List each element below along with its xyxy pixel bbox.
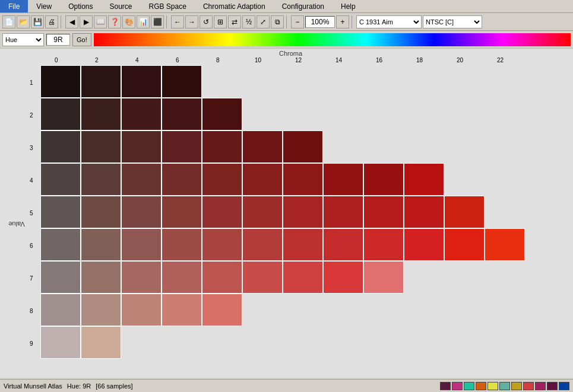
illuminant-select[interactable]: NTSC [C]: [423, 15, 482, 28]
color-cell[interactable]: [485, 228, 525, 261]
color-cell[interactable]: [81, 196, 121, 228]
menu-help[interactable]: Help: [333, 0, 364, 12]
color-cell[interactable]: [40, 228, 81, 261]
color-cell[interactable]: [202, 261, 242, 294]
save-button[interactable]: 💾: [31, 15, 44, 28]
color-cell[interactable]: [81, 228, 121, 261]
status-swatch[interactable]: [499, 382, 510, 390]
color-cell[interactable]: [242, 228, 283, 261]
menu-rgbspace[interactable]: RGB Space: [141, 0, 195, 12]
half-button[interactable]: ½: [242, 15, 255, 28]
color-cell[interactable]: [404, 196, 444, 228]
color-cell[interactable]: [81, 326, 121, 359]
hue-input[interactable]: 9R: [46, 34, 70, 46]
status-swatch[interactable]: [511, 382, 522, 390]
color-cell[interactable]: [40, 130, 81, 163]
color-cell[interactable]: [162, 294, 202, 326]
color-cell[interactable]: [242, 261, 283, 294]
color-cell[interactable]: [202, 163, 242, 196]
color-cell[interactable]: [121, 196, 162, 228]
menu-configuration[interactable]: Configuration: [274, 0, 333, 12]
color-cell[interactable]: [40, 98, 81, 130]
status-swatch[interactable]: [523, 382, 534, 390]
open-button[interactable]: 📂: [17, 15, 30, 28]
status-swatch[interactable]: [487, 382, 498, 390]
color-cell[interactable]: [242, 130, 283, 163]
color-cell[interactable]: [162, 196, 202, 228]
color-cell[interactable]: [202, 98, 242, 130]
color-cell[interactable]: [81, 294, 121, 326]
color-cell[interactable]: [444, 196, 485, 228]
status-swatch[interactable]: [547, 382, 558, 390]
swap-button[interactable]: ⇄: [228, 15, 241, 28]
color-cell[interactable]: [202, 294, 242, 326]
copy-button[interactable]: ⧉: [271, 15, 284, 28]
status-swatch[interactable]: [476, 382, 486, 390]
menu-options[interactable]: Options: [60, 0, 101, 12]
color-cell[interactable]: [162, 130, 202, 163]
help-button[interactable]: ❓: [108, 15, 121, 28]
color-cell[interactable]: [81, 163, 121, 196]
status-swatch[interactable]: [559, 382, 569, 390]
color-cell[interactable]: [40, 261, 81, 294]
color-cell[interactable]: [40, 294, 81, 326]
hue-select[interactable]: Hue: [2, 33, 44, 46]
color-cell[interactable]: [323, 196, 363, 228]
color-cell[interactable]: [81, 65, 121, 98]
status-swatch[interactable]: [440, 382, 451, 390]
color-cell[interactable]: [444, 228, 485, 261]
menu-source[interactable]: Source: [102, 0, 141, 12]
color-cell[interactable]: [81, 130, 121, 163]
color-cell[interactable]: [121, 98, 162, 130]
zoom-in-button[interactable]: +: [336, 15, 349, 28]
go-button[interactable]: Go!: [72, 33, 91, 46]
print-button[interactable]: 🖨: [45, 15, 58, 28]
forward-button[interactable]: ▶: [80, 15, 93, 28]
color-cell[interactable]: [283, 228, 323, 261]
arrow-right-button[interactable]: →: [185, 15, 198, 28]
menu-view[interactable]: View: [28, 0, 60, 12]
color-cell[interactable]: [283, 196, 323, 228]
color-cell[interactable]: [363, 196, 404, 228]
color-cell[interactable]: [121, 163, 162, 196]
arrow-left-button[interactable]: ←: [171, 15, 184, 28]
color-cell[interactable]: [363, 228, 404, 261]
back-button[interactable]: ◀: [65, 15, 78, 28]
chart-button[interactable]: 📊: [137, 15, 150, 28]
colorwheel-button[interactable]: 🎨: [122, 15, 135, 28]
color-cell[interactable]: [121, 65, 162, 98]
color-cell[interactable]: [363, 163, 404, 196]
color-cell[interactable]: [40, 326, 81, 359]
status-swatch[interactable]: [464, 382, 474, 390]
color-cell[interactable]: [283, 130, 323, 163]
zoom-input[interactable]: 100%: [305, 16, 335, 28]
status-swatch[interactable]: [452, 382, 463, 390]
menu-file[interactable]: File: [0, 0, 28, 12]
color-cell[interactable]: [363, 261, 404, 294]
menu-chromatic[interactable]: Chromatic Adaption: [195, 0, 274, 12]
color-cell[interactable]: [40, 163, 81, 196]
color-cell[interactable]: [121, 294, 162, 326]
square-button[interactable]: ⬛: [151, 15, 164, 28]
aim-select[interactable]: C 1931 Aim: [356, 15, 422, 28]
color-cell[interactable]: [323, 163, 363, 196]
color-cell[interactable]: [283, 163, 323, 196]
color-cell[interactable]: [121, 228, 162, 261]
status-swatch[interactable]: [535, 382, 546, 390]
color-cell[interactable]: [202, 130, 242, 163]
zoom-out-button[interactable]: −: [291, 15, 304, 28]
color-cell[interactable]: [40, 196, 81, 228]
color-cell[interactable]: [202, 228, 242, 261]
color-cell[interactable]: [404, 163, 444, 196]
color-cell[interactable]: [323, 228, 363, 261]
color-cell[interactable]: [404, 228, 444, 261]
color-cell[interactable]: [323, 261, 363, 294]
color-cell[interactable]: [40, 65, 81, 98]
color-cell[interactable]: [81, 98, 121, 130]
color-cell[interactable]: [202, 196, 242, 228]
color-cell[interactable]: [162, 228, 202, 261]
color-cell[interactable]: [121, 261, 162, 294]
color-cell[interactable]: [162, 261, 202, 294]
expand-button[interactable]: ⤢: [257, 15, 270, 28]
color-cell[interactable]: [162, 65, 202, 98]
